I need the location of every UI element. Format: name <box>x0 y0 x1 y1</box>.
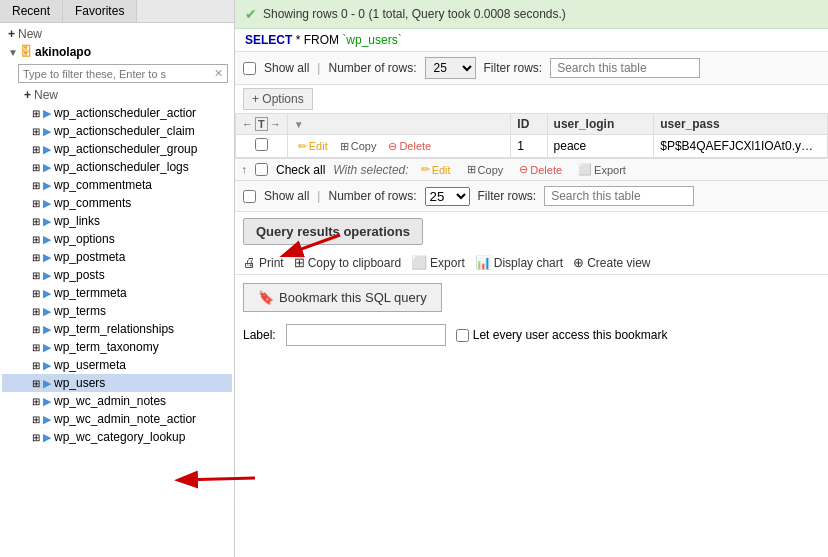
options-link[interactable]: + Options <box>243 88 313 110</box>
selected-delete-button[interactable]: ⊖ Delete <box>515 162 566 177</box>
cell-id: 1 <box>511 135 547 158</box>
table-item-wp_wc_category_lookup[interactable]: ⊞ ▶ wp_wc_category_lookup <box>2 428 232 446</box>
table-item-wp_actionscheduler_actior[interactable]: ⊞ ▶ wp_actionscheduler_actior <box>2 104 232 122</box>
table-item-wp_actionscheduler_group[interactable]: ⊞ ▶ wp_actionscheduler_group <box>2 140 232 158</box>
plus-icon: + <box>8 27 15 41</box>
main-content: ✔ Showing rows 0 - 0 (1 total, Query too… <box>235 0 828 557</box>
filter-box[interactable]: ✕ <box>18 64 228 83</box>
tab-recent[interactable]: Recent <box>0 0 63 22</box>
with-selected-label: With selected: <box>333 163 408 177</box>
table-item-wp_comments[interactable]: ⊞ ▶ wp_comments <box>2 194 232 212</box>
table-item-wp_wc_admin_notes[interactable]: ⊞ ▶ wp_wc_admin_notes <box>2 392 232 410</box>
table-item-wp_links[interactable]: ⊞ ▶ wp_links <box>2 212 232 230</box>
nav-arrows: ← T → <box>242 117 281 131</box>
table-item-wp_term_taxonomy[interactable]: ⊞ ▶ wp_term_taxonomy <box>2 338 232 356</box>
table-name: wp_wc_admin_notes <box>54 394 166 408</box>
table-item-wp_term_relationships[interactable]: ⊞ ▶ wp_term_relationships <box>2 320 232 338</box>
cell-user-login: peace <box>547 135 654 158</box>
selected-export-button[interactable]: ⬜ Export <box>574 162 630 177</box>
filter-rows-input2[interactable] <box>544 186 694 206</box>
qro-button[interactable]: Query results operations <box>243 218 423 245</box>
sql-table: `wp_users` <box>342 33 401 47</box>
filter-rows-input1[interactable] <box>550 58 700 78</box>
export-link[interactable]: ⬜ Export <box>411 255 465 270</box>
row-checkbox-cell <box>236 135 288 158</box>
create-view-link[interactable]: ⊕ Create view <box>573 255 650 270</box>
table-icon: ▶ <box>43 161 51 174</box>
show-all-checkbox2[interactable] <box>243 190 256 203</box>
header-id[interactable]: ID <box>511 114 547 135</box>
selected-export-icon: ⬜ <box>578 163 592 176</box>
print-link[interactable]: 🖨 Print <box>243 255 284 270</box>
row-checkbox[interactable] <box>255 138 268 151</box>
expand-icon: ⊞ <box>32 144 40 155</box>
table-item-wp_options[interactable]: ⊞ ▶ wp_options <box>2 230 232 248</box>
sidebar-tree: + New ▼ 🗄 akinolapo ✕ + New ⊞ ▶ wp_actio… <box>0 23 234 557</box>
table-item-wp_terms[interactable]: ⊞ ▶ wp_terms <box>2 302 232 320</box>
table-name: wp_users <box>54 376 105 390</box>
table-item-wp_wc_admin_note_actior[interactable]: ⊞ ▶ wp_wc_admin_note_actior <box>2 410 232 428</box>
forward-arrow[interactable]: → <box>270 118 281 130</box>
sort-col-header[interactable]: ▼ <box>287 114 511 135</box>
show-all-checkbox[interactable] <box>243 62 256 75</box>
row-actions-cell: ✏ Edit ⊞ Copy ⊖ Delete <box>287 135 511 158</box>
table-icon: ▶ <box>43 413 51 426</box>
separator1: | <box>317 61 320 75</box>
sidebar: Recent Favorites + New ▼ 🗄 akinolapo ✕ +… <box>0 0 235 557</box>
new-top-item[interactable]: + New <box>2 25 232 43</box>
num-rows-select[interactable]: 25 50 100 <box>425 57 476 79</box>
table-item-wp_postmeta[interactable]: ⊞ ▶ wp_postmeta <box>2 248 232 266</box>
label-input[interactable] <box>286 324 446 346</box>
copy-clipboard-link[interactable]: ⊞ Copy to clipboard <box>294 255 401 270</box>
first-toolbar: Show all | Number of rows: 25 50 100 Fil… <box>235 52 828 85</box>
expand-icon: ⊞ <box>32 198 40 209</box>
selected-edit-button[interactable]: ✏ Edit <box>417 162 455 177</box>
cell-user-pass: $P$B4QAEFJCXl1IOAt0.yD1R2pXo4/1Zsj/ <box>654 135 828 158</box>
edit-button[interactable]: ✏ Edit <box>294 139 332 154</box>
table-icon: ▶ <box>43 197 51 210</box>
copy-button[interactable]: ⊞ Copy <box>336 139 381 154</box>
table-item-wp_posts[interactable]: ⊞ ▶ wp_posts <box>2 266 232 284</box>
expand-icon: ⊞ <box>32 360 40 371</box>
bookmark-button[interactable]: 🔖 Bookmark this SQL query <box>243 283 442 312</box>
ops-bar: 🖨 Print ⊞ Copy to clipboard ⬜ Export 📊 D… <box>235 251 828 275</box>
selected-copy-button[interactable]: ⊞ Copy <box>463 162 508 177</box>
table-item-wp_usermeta[interactable]: ⊞ ▶ wp_usermeta <box>2 356 232 374</box>
table-name: wp_usermeta <box>54 358 126 372</box>
data-table: ← T → ▼ ID user_login user_pass <box>235 113 828 158</box>
table-item-wp_termmeta[interactable]: ⊞ ▶ wp_termmeta <box>2 284 232 302</box>
table-icon: ▶ <box>43 179 51 192</box>
table-item-wp_users[interactable]: ⊞ ▶ wp_users <box>2 374 232 392</box>
new-sub-item[interactable]: + New <box>18 86 232 104</box>
filter-clear-icon[interactable]: ✕ <box>214 67 223 80</box>
back-arrow[interactable]: ← <box>242 118 253 130</box>
table-item-wp_actionscheduler_logs[interactable]: ⊞ ▶ wp_actionscheduler_logs <box>2 158 232 176</box>
table-item-wp_actionscheduler_claim[interactable]: ⊞ ▶ wp_actionscheduler_claim <box>2 122 232 140</box>
header-user-login[interactable]: user_login <box>547 114 654 135</box>
print-icon: 🖨 <box>243 255 256 270</box>
show-all-label: Show all <box>264 61 309 75</box>
access-label-text: Let every user access this bookmark <box>473 328 668 342</box>
display-chart-link[interactable]: 📊 Display chart <box>475 255 563 270</box>
tab-favorites[interactable]: Favorites <box>63 0 137 22</box>
access-checkbox[interactable] <box>456 329 469 342</box>
table-row: ✏ Edit ⊞ Copy ⊖ Delete <box>236 135 828 158</box>
bookmark-icon: 🔖 <box>258 290 274 305</box>
table-item-wp_commentmeta[interactable]: ⊞ ▶ wp_commentmeta <box>2 176 232 194</box>
expand-icon: ⊞ <box>32 432 40 443</box>
num-rows-select2[interactable]: 25 50 100 <box>425 187 470 206</box>
check-all-checkbox[interactable] <box>255 163 268 176</box>
database-item[interactable]: ▼ 🗄 akinolapo <box>2 43 232 61</box>
t-button[interactable]: T <box>255 117 268 131</box>
table-name: wp_term_taxonomy <box>54 340 159 354</box>
delete-button[interactable]: ⊖ Delete <box>384 139 435 154</box>
second-toolbar: Show all | Number of rows: 25 50 100 Fil… <box>235 181 828 212</box>
expand-icon: ⊞ <box>32 252 40 263</box>
selected-edit-icon: ✏ <box>421 163 430 176</box>
header-user-pass[interactable]: user_pass <box>654 114 828 135</box>
sub-plus-icon: + <box>24 88 31 102</box>
filter-input[interactable] <box>23 68 214 80</box>
display-chart-icon: 📊 <box>475 255 491 270</box>
table-icon: ▶ <box>43 107 51 120</box>
sql-star: * FROM <box>296 33 343 47</box>
